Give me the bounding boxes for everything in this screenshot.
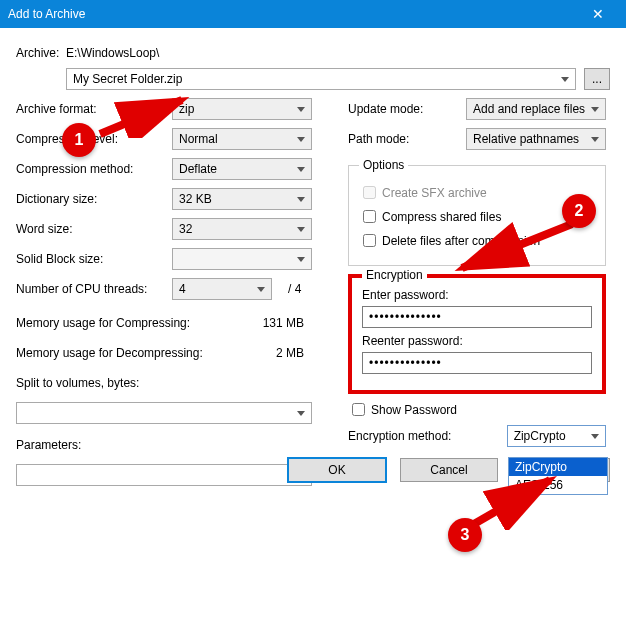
path-mode-select[interactable]: Relative pathnames <box>466 128 606 150</box>
encryption-method-select[interactable]: ZipCrypto <box>507 425 606 447</box>
parameters-input[interactable] <box>16 464 312 486</box>
shared-label: Compress shared files <box>382 210 501 224</box>
archive-path: E:\WindowsLoop\ <box>66 46 159 60</box>
params-label: Parameters: <box>16 438 81 452</box>
dict-label: Dictionary size: <box>16 192 172 206</box>
title-bar: Add to Archive ✕ <box>0 0 626 28</box>
split-label: Split to volumes, bytes: <box>16 376 139 390</box>
solid-label: Solid Block size: <box>16 252 172 266</box>
encryption-legend: Encryption <box>362 268 427 282</box>
sfx-label: Create SFX archive <box>382 186 487 200</box>
reenter-password-label: Reenter password: <box>362 334 592 348</box>
word-size-select[interactable]: 32 <box>172 218 312 240</box>
password-confirm-input[interactable]: •••••••••••••• <box>362 352 592 374</box>
solid-block-select <box>172 248 312 270</box>
browse-button[interactable]: ... <box>584 68 610 90</box>
show-password-checkbox[interactable] <box>352 403 365 416</box>
delafter-label: Delete files after compression <box>382 234 540 248</box>
ok-button[interactable]: OK <box>288 458 386 482</box>
mem-d-value: 2 MB <box>276 346 336 360</box>
mem-c-label: Memory usage for Compressing: <box>16 316 190 330</box>
method-label: Compression method: <box>16 162 172 176</box>
encryption-group: Encryption Enter password: •••••••••••••… <box>348 274 606 394</box>
options-legend: Options <box>359 158 408 172</box>
compression-method-select[interactable]: Deflate <box>172 158 312 180</box>
archive-filename-combo[interactable]: My Secret Folder.zip <box>66 68 576 90</box>
enc-option-aes256[interactable]: AES-256 <box>509 476 607 494</box>
update-mode-select[interactable]: Add and replace files <box>466 98 606 120</box>
encryption-method-dropdown[interactable]: ZipCrypto AES-256 <box>508 457 608 495</box>
word-label: Word size: <box>16 222 172 236</box>
update-label: Update mode: <box>348 102 466 116</box>
format-label: Archive format: <box>16 102 172 116</box>
mem-c-value: 131 MB <box>263 316 336 330</box>
cpu-total: / 4 <box>288 282 301 296</box>
callout-2: 2 <box>562 194 596 228</box>
enc-option-zipcrypto[interactable]: ZipCrypto <box>509 458 607 476</box>
archive-filename: My Secret Folder.zip <box>73 72 182 86</box>
delete-after-checkbox[interactable] <box>363 234 376 247</box>
compress-shared-checkbox[interactable] <box>363 210 376 223</box>
close-icon[interactable]: ✕ <box>578 6 618 22</box>
compression-level-select[interactable]: Normal <box>172 128 312 150</box>
callout-3: 3 <box>448 518 482 552</box>
enc-method-label: Encryption method: <box>348 429 507 443</box>
path-label: Path mode: <box>348 132 466 146</box>
sfx-checkbox <box>363 186 376 199</box>
password-input[interactable]: •••••••••••••• <box>362 306 592 328</box>
enter-password-label: Enter password: <box>362 288 592 302</box>
archive-label: Archive: <box>16 46 66 60</box>
callout-1: 1 <box>62 123 96 157</box>
show-password-label: Show Password <box>371 403 457 417</box>
archive-format-select[interactable]: zip <box>172 98 312 120</box>
cancel-button[interactable]: Cancel <box>400 458 498 482</box>
cpu-label: Number of CPU threads: <box>16 282 172 296</box>
dictionary-size-select[interactable]: 32 KB <box>172 188 312 210</box>
window-title: Add to Archive <box>8 7 85 21</box>
mem-d-label: Memory usage for Decompressing: <box>16 346 203 360</box>
split-volumes-combo[interactable] <box>16 402 312 424</box>
cpu-threads-select[interactable]: 4 <box>172 278 272 300</box>
